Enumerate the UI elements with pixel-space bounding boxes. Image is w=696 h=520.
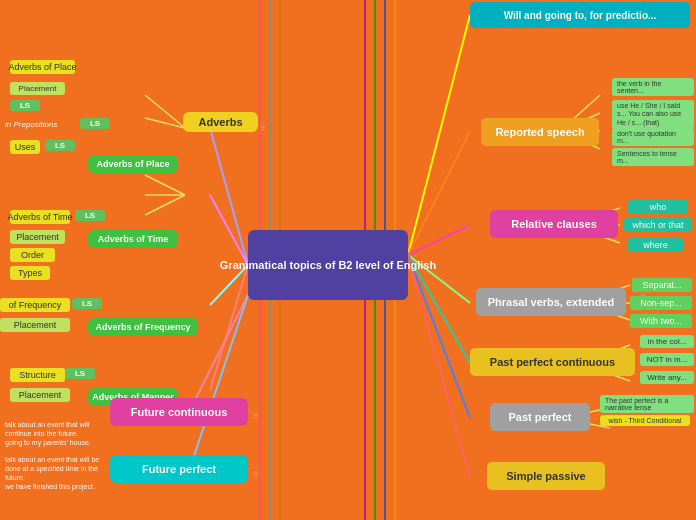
svg-line-16 bbox=[190, 295, 248, 410]
future-perfect-node[interactable]: Future perfect bbox=[110, 455, 248, 483]
types-node[interactable]: Types bbox=[10, 266, 50, 280]
future-continuous-node[interactable]: Future continuous bbox=[110, 398, 248, 426]
uses-node[interactable]: Uses bbox=[10, 140, 40, 154]
ls-badge-6: LS bbox=[65, 368, 95, 379]
simple-passive-node[interactable]: Simple passive bbox=[487, 462, 605, 490]
adverbs-node[interactable]: Adverbs bbox=[183, 112, 258, 132]
which-or-that-node[interactable]: which or that bbox=[624, 218, 692, 232]
ls-badge-3: LS bbox=[45, 140, 75, 151]
placement-node-1[interactable]: Placement bbox=[10, 82, 65, 95]
svg-line-8 bbox=[145, 195, 185, 215]
svg-line-6 bbox=[145, 175, 185, 195]
ls-badge-2: LS bbox=[80, 118, 110, 129]
separate-node[interactable]: Separat... bbox=[632, 278, 692, 292]
verb-in-sentence-node: the verb in the senten... bbox=[612, 78, 694, 96]
placement-node-2[interactable]: Placement bbox=[10, 230, 65, 244]
past-perfect-narrative-node: The past perfect is a narrative tense bbox=[600, 395, 694, 413]
past-perfect-continuous-node[interactable]: Past perfect continuous bbox=[470, 348, 635, 376]
svg-line-10 bbox=[408, 131, 470, 255]
placement-node-4[interactable]: Placement bbox=[10, 388, 70, 402]
who-node[interactable]: who bbox=[628, 200, 688, 214]
where-node[interactable]: where bbox=[628, 238, 683, 252]
will-going-to-node[interactable]: Will and going to, for predictio... bbox=[470, 2, 690, 28]
sentences-node: Sentences to tense m... bbox=[612, 148, 694, 166]
in-col-node: in the col... bbox=[640, 335, 694, 348]
adverbs-of-time-node[interactable]: Adverbs of Time bbox=[88, 230, 178, 248]
placement-node-3[interactable]: Placement bbox=[0, 318, 70, 332]
structure-node[interactable]: Structure bbox=[10, 368, 65, 382]
not-in-node: NOT in m... bbox=[640, 353, 694, 366]
svg-line-13 bbox=[408, 255, 470, 363]
svg-line-0 bbox=[210, 128, 248, 265]
wish-third-node[interactable]: wish - Third Conditional bbox=[600, 415, 690, 426]
relative-clauses-node[interactable]: Relative clauses bbox=[490, 210, 618, 238]
non-sep-node[interactable]: Non-sep... bbox=[630, 296, 692, 310]
adverbs-of-frequency-node[interactable]: Adverbs of Frequency bbox=[88, 318, 198, 336]
adverbs-of-place-small-node[interactable]: Adverbs of Place bbox=[10, 60, 75, 74]
dont-use-node: don't use quotation m... bbox=[612, 128, 694, 146]
svg-line-15 bbox=[408, 255, 470, 478]
svg-line-9 bbox=[408, 15, 470, 255]
ls-badge-5: LS bbox=[72, 298, 102, 309]
phrasal-verbs-node[interactable]: Phrasal verbs, extended bbox=[476, 288, 626, 316]
ls-badge-1: LS bbox=[10, 100, 40, 111]
svg-line-17 bbox=[190, 295, 248, 468]
use-he-node: use He / She / I said s... You can also … bbox=[612, 100, 694, 129]
with-two-node[interactable]: With two... bbox=[630, 314, 692, 328]
of-frequency-node[interactable]: of Frequency bbox=[0, 298, 70, 312]
reported-speech-node[interactable]: Reported speech bbox=[481, 118, 599, 146]
central-node: Grammatical topics of B2 level of Englis… bbox=[248, 230, 408, 300]
order-node[interactable]: Order bbox=[10, 248, 55, 262]
past-perfect-node[interactable]: Past perfect bbox=[490, 403, 590, 431]
svg-line-1 bbox=[210, 195, 248, 265]
svg-line-11 bbox=[408, 225, 470, 255]
ls-badge-4: LS bbox=[75, 210, 105, 221]
write-any-node: Write any... bbox=[640, 371, 694, 384]
adverbs-of-time-small[interactable]: Adverbs of Time bbox=[10, 210, 70, 224]
adverbs-of-place-node[interactable]: Adverbs of Place bbox=[88, 155, 178, 173]
